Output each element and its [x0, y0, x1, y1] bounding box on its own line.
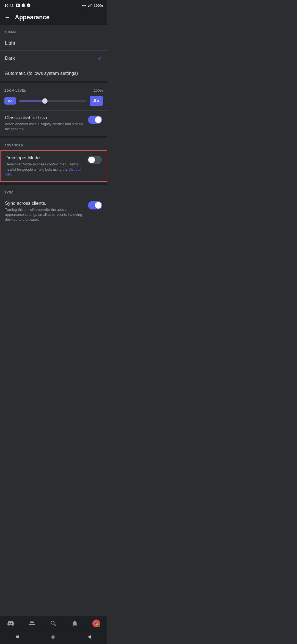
developer-mode-row: Developer Mode Developer Mode exposes co…	[1, 151, 107, 181]
section-divider-1	[0, 81, 107, 83]
zoom-increase-button[interactable]: Aa	[90, 96, 103, 106]
developer-mode-title: Developer Mode	[6, 155, 84, 161]
theme-auto-label: Automatic (follows system settings)	[5, 71, 78, 76]
developer-mode-desc: Developer Mode exposes context menu item…	[6, 162, 84, 177]
status-bar: 10:43 💬 f 100%	[0, 0, 107, 10]
advanced-section-label: ADVANCED	[0, 138, 107, 149]
theme-dark-checkmark: ✓	[98, 55, 102, 62]
sync-clients-content: Sync across clients. Turning this on wil…	[5, 201, 85, 222]
classic-chat-desc: When enabled uses a slightly smaller fon…	[5, 122, 85, 132]
section-divider-2	[0, 136, 107, 138]
classic-chat-content: Classic chat text size When enabled uses…	[5, 115, 85, 132]
section-divider-3	[0, 183, 107, 185]
sync-section: SYNC Sync across clients. Turning this o…	[0, 185, 107, 227]
theme-dark-option[interactable]: Dark ✓	[0, 51, 107, 66]
zoom-controls: Aa Aa	[4, 96, 103, 106]
theme-dark-label: Dark	[5, 56, 15, 61]
svg-rect-10	[90, 4, 91, 7]
back-button[interactable]: ←	[4, 14, 10, 21]
page-title: Appearance	[15, 14, 50, 21]
time-display: 10:43	[4, 4, 13, 8]
theme-auto-option[interactable]: Automatic (follows system settings)	[0, 66, 107, 81]
status-time: 10:43 💬 f	[4, 3, 31, 8]
toggle-knob	[95, 116, 101, 123]
sync-clients-toggle[interactable]	[88, 201, 102, 209]
facebook-icon: f	[27, 3, 31, 8]
theme-section-label: THEME	[0, 25, 107, 36]
app-header: ← Appearance	[0, 10, 107, 25]
zoom-section-label: ZOOM LEVEL	[4, 89, 26, 92]
sync-clients-desc: Turning this on will overwrite the above…	[5, 207, 85, 222]
theme-section: THEME Light Dark ✓ Automatic (follows sy…	[0, 25, 107, 81]
zoom-slider[interactable]	[19, 98, 86, 104]
signal-icon	[88, 4, 92, 7]
whatsapp-icon: 💬	[21, 3, 25, 8]
classic-chat-row: Classic chat text size When enabled uses…	[0, 111, 107, 136]
classic-chat-toggle[interactable]	[88, 116, 102, 124]
slider-track	[19, 100, 86, 102]
zoom-header: ZOOM LEVEL 100%	[4, 83, 103, 96]
sync-clients-row: Sync across clients. Turning this on wil…	[0, 196, 107, 227]
developer-mode-content: Developer Mode Developer Mode exposes co…	[6, 155, 84, 177]
zoom-decrease-button[interactable]: Aa	[4, 97, 16, 105]
sync-section-label: SYNC	[0, 185, 107, 196]
wifi-icon	[82, 4, 86, 7]
battery-display: 100%	[94, 4, 103, 8]
theme-light-option[interactable]: Light	[0, 36, 107, 50]
sync-toggle-knob	[95, 202, 101, 209]
developer-mode-toggle[interactable]	[87, 156, 102, 164]
slider-fill	[19, 100, 45, 102]
notification-icons: 💬 f	[16, 3, 31, 8]
status-right: 100%	[82, 4, 103, 8]
svg-point-6	[83, 6, 84, 7]
zoom-value-display: 100%	[94, 88, 103, 92]
theme-light-label: Light	[5, 40, 15, 46]
advanced-section: ADVANCED Developer Mode Developer Mode e…	[0, 138, 107, 182]
sync-clients-title: Sync across clients.	[5, 201, 85, 206]
developer-mode-box: Developer Mode Developer Mode exposes co…	[0, 150, 107, 182]
classic-chat-title: Classic chat text size	[5, 115, 85, 121]
svg-text:💬: 💬	[23, 4, 25, 6]
zoom-section: ZOOM LEVEL 100% Aa Aa	[0, 83, 107, 110]
slider-thumb[interactable]	[42, 98, 48, 104]
dev-toggle-knob	[88, 157, 95, 163]
youtube-icon	[16, 4, 20, 8]
